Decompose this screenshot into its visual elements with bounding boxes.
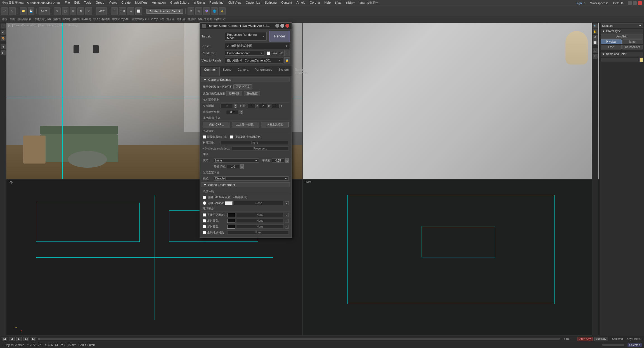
general-settings-header[interactable]: ▼ General Settings bbox=[202, 77, 290, 82]
rotate-btn[interactable]: ↻ bbox=[77, 7, 84, 15]
noise-mode-dropdown[interactable]: None ▼ bbox=[214, 158, 259, 163]
tab-camera[interactable]: Camera bbox=[235, 67, 252, 76]
menu-items[interactable]: File Edit Tools Group Views Create Modif… bbox=[65, 1, 378, 5]
quick-mat1[interactable]: 清材光球(Std) bbox=[34, 17, 51, 21]
menu-modifiers[interactable]: Modifiers bbox=[135, 1, 148, 5]
dialog-close-btn[interactable] bbox=[285, 24, 289, 28]
view-lock-btn[interactable]: 🔒 bbox=[284, 57, 290, 63]
menu-customize[interactable]: Customize bbox=[246, 1, 260, 5]
frame-slider[interactable] bbox=[38, 338, 560, 340]
quick-compose[interactable]: 置合金 bbox=[166, 17, 175, 21]
menu-civil-view[interactable]: Civil View bbox=[228, 1, 241, 5]
vertex-dn[interactable]: ▼ bbox=[240, 112, 243, 114]
time-m-input[interactable]: 2 bbox=[259, 104, 267, 108]
quick-edge[interactable]: 望延芝先面 bbox=[198, 17, 212, 21]
object-color-swatch[interactable] bbox=[640, 58, 643, 62]
select-region-btn[interactable]: ⬚ bbox=[62, 7, 68, 15]
menu-group[interactable]: Group bbox=[96, 1, 104, 5]
pass-limit-spin[interactable]: ▲ ▼ bbox=[234, 104, 237, 108]
menu-views[interactable]: Views bbox=[109, 1, 117, 5]
snap-btn[interactable]: ⋯ bbox=[111, 7, 118, 15]
percent-btn[interactable]: 100 bbox=[119, 7, 126, 15]
save-file-btn[interactable]: 💾 bbox=[28, 7, 34, 15]
next-frame-btn[interactable]: ▶| bbox=[23, 337, 29, 341]
quick-mat2[interactable]: 清材光球(VR) bbox=[53, 17, 70, 21]
menu-help[interactable]: Help bbox=[324, 1, 331, 5]
quick-en-vray-ao[interactable]: 英文VRay AO bbox=[132, 17, 149, 21]
direct-visible-check[interactable] bbox=[203, 213, 206, 217]
object-name-input[interactable]: 对象:002 bbox=[601, 58, 638, 62]
tab-scene[interactable]: Scene bbox=[220, 67, 235, 76]
target-dropdown[interactable]: Production Rendering Mode ▼ bbox=[225, 32, 267, 41]
view-dropdown[interactable]: View bbox=[96, 7, 107, 15]
tab-common[interactable]: Common bbox=[201, 67, 220, 76]
key-filters-btn[interactable]: Key Filters... bbox=[627, 337, 642, 340]
menu-create[interactable]: Create bbox=[121, 1, 131, 5]
vertex-limit-input[interactable]: 0.0 bbox=[226, 110, 238, 114]
goto-end-btn[interactable]: ▶| bbox=[31, 337, 36, 341]
save-cxr-btn[interactable]: 保存 CXR... bbox=[203, 122, 230, 127]
noise-radius-spin[interactable]: ▲ ▼ bbox=[240, 164, 244, 169]
noise-dn[interactable]: ▼ bbox=[285, 160, 289, 163]
noise-amount-input[interactable]: 0.65 bbox=[272, 158, 284, 163]
menu-graph-editors[interactable]: Graph Editors bbox=[170, 1, 189, 5]
corona-env-color[interactable] bbox=[225, 201, 233, 205]
coronacam-btn[interactable]: CoronaCam bbox=[622, 45, 643, 49]
pass-limit-input[interactable]: 0 bbox=[221, 104, 233, 108]
autokey-btn[interactable]: Auto Key bbox=[577, 337, 593, 341]
open-timing-btn[interactable]: 打开时界 bbox=[226, 91, 242, 96]
reflection-color[interactable] bbox=[227, 219, 235, 223]
save-file-checkbox[interactable] bbox=[267, 51, 270, 55]
preset-dropdown[interactable]: 2019最新渲试小图 ▼ bbox=[225, 43, 290, 49]
tab-render-elements[interactable]: Render Elements bbox=[292, 67, 311, 76]
quick-special[interactable]: 特殊近过 bbox=[214, 17, 226, 21]
menu-max-antivirus[interactable]: Max 杀毒卫士 bbox=[359, 1, 378, 5]
render-setup-btn[interactable]: ⚙ bbox=[195, 7, 202, 15]
restore-last-btn[interactable]: 恢复上次渲染 bbox=[261, 122, 289, 127]
orbit-btn[interactable]: ↺ bbox=[593, 35, 598, 40]
zoom-btn[interactable]: 🔍 bbox=[593, 23, 598, 29]
menu-corona[interactable]: Corona bbox=[310, 1, 320, 5]
sidebar-icon-paint[interactable]: 🎨 bbox=[1, 36, 6, 41]
sidebar-icon-brush[interactable]: 🖌 bbox=[1, 30, 6, 35]
mirror-btn[interactable]: ⇔ bbox=[127, 7, 134, 15]
quick-quanfu[interactable]: 全图 bbox=[10, 17, 15, 21]
dialog-minimize-btn[interactable] bbox=[275, 24, 279, 28]
reset-settings-btn[interactable]: 重位设置 bbox=[244, 91, 260, 96]
sidebar-icon-selection[interactable]: ✦ bbox=[1, 23, 6, 29]
radius-up[interactable]: ▲ bbox=[240, 164, 244, 167]
select-btn[interactable]: ↖ bbox=[54, 7, 61, 15]
quick-mat-ball[interactable]: 材质球 bbox=[188, 17, 196, 21]
scene-env-header[interactable]: ▼ Scene Environment bbox=[202, 182, 290, 187]
redo-btn[interactable]: ↪ bbox=[9, 7, 16, 15]
sign-in-label[interactable]: Sign In bbox=[576, 1, 585, 5]
sidebar-icon-arrow-left[interactable]: ◀ bbox=[1, 44, 6, 49]
menu-create-cloud[interactable]: 创建云 bbox=[346, 1, 355, 5]
object-type-expand[interactable]: ▼ bbox=[602, 30, 605, 33]
noise-radius-input[interactable]: 1.0 bbox=[227, 165, 239, 169]
render-sel-dropdown[interactable]: Disabled ▼ bbox=[214, 176, 289, 181]
view-render-dropdown[interactable]: 摄元视图 4 - CoronaCamera001 ▼ bbox=[225, 58, 283, 63]
render-quick-btn[interactable]: 🎬 bbox=[188, 7, 194, 15]
refraction-check[interactable] bbox=[203, 225, 206, 228]
pan-btn[interactable]: ✋ bbox=[593, 29, 598, 34]
vertex-spin[interactable]: ▲ ▼ bbox=[240, 110, 243, 114]
viewport-image[interactable] bbox=[303, 22, 599, 179]
reflection-checkmark[interactable]: ✓ bbox=[285, 219, 289, 223]
quick-mat3[interactable]: 清材光球(Arch) bbox=[72, 17, 91, 21]
use-3dsmax-radio[interactable] bbox=[203, 196, 206, 199]
render-mask-checkbox[interactable] bbox=[230, 135, 233, 139]
open-file-btn[interactable]: 📁 bbox=[20, 7, 27, 15]
use-corona-radio[interactable] bbox=[203, 201, 206, 205]
quick-xuan[interactable]: 选场 bbox=[2, 17, 7, 21]
direct-checkmark[interactable]: ✓ bbox=[285, 213, 289, 217]
nav-up-btn[interactable]: ▲ bbox=[593, 48, 598, 53]
quick-cn-vray-ao[interactable]: 中文VRay AO bbox=[112, 17, 129, 21]
menu-zhinen[interactable]: 职能 bbox=[335, 1, 341, 5]
reflection-check[interactable] bbox=[203, 219, 206, 222]
quick-import-mat[interactable]: 导入所有材质 bbox=[93, 17, 110, 21]
global-floor-check[interactable] bbox=[203, 231, 206, 234]
undo-btn[interactable]: ↩ bbox=[1, 7, 8, 15]
menu-rendering[interactable]: Rendering bbox=[209, 1, 224, 5]
vertex-up[interactable]: ▲ bbox=[240, 110, 243, 112]
